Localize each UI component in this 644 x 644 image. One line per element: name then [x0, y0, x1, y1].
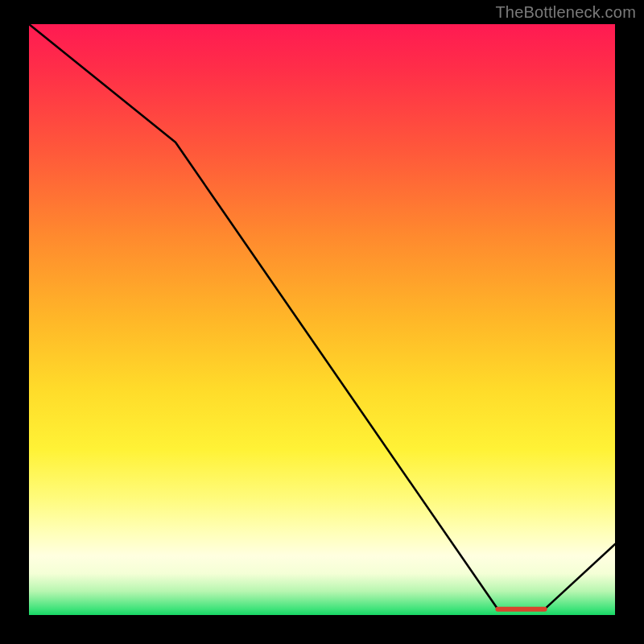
plot-area [29, 24, 615, 615]
curve-svg [29, 24, 615, 615]
chart-frame: TheBottleneck.com [0, 0, 644, 644]
curve-path [29, 24, 615, 609]
attribution-text: TheBottleneck.com [495, 3, 636, 22]
